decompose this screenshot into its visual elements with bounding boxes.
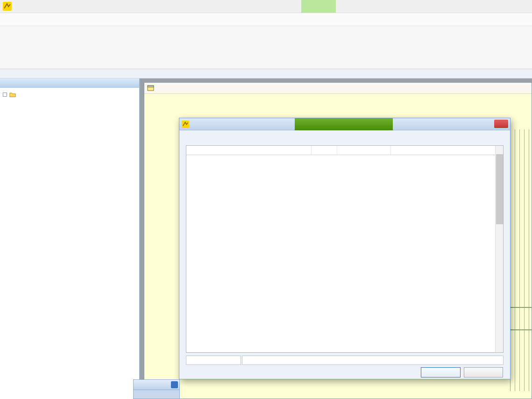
application-window — [0, 0, 532, 399]
scrollbar-thumb[interactable] — [496, 154, 503, 224]
scroll-down-icon[interactable] — [496, 345, 503, 352]
lgs-panel-toolbar — [133, 390, 180, 399]
vertex-logo-icon — [3, 2, 12, 11]
close-button[interactable] — [494, 120, 508, 128]
project-document-browser — [0, 78, 140, 399]
ribbon-tab-bar — [0, 13, 532, 26]
ok-button[interactable] — [421, 367, 461, 378]
titlebar-highlight — [301, 0, 336, 13]
parameter-table — [186, 145, 504, 353]
dialog-window-controls — [471, 120, 508, 128]
maximize-button[interactable] — [482, 120, 493, 128]
expander-minus-icon[interactable] — [3, 93, 7, 97]
table-body — [186, 155, 495, 352]
lgs-joints-panel — [133, 379, 180, 399]
ribbon — [0, 26, 532, 69]
viewport-icon — [147, 85, 154, 92]
project-tree — [0, 88, 139, 99]
folder-icon — [9, 92, 16, 98]
column-header-key[interactable] — [337, 146, 391, 155]
column-header-parameter[interactable] — [186, 146, 312, 155]
vertex-logo-icon — [182, 121, 189, 128]
wall-framing-drawing — [510, 129, 532, 391]
minimize-button[interactable] — [471, 120, 481, 128]
panel-header — [0, 78, 139, 88]
column-header-data[interactable] — [391, 146, 503, 155]
titlebar — [0, 0, 532, 13]
cancel-button[interactable] — [464, 367, 503, 378]
column-header-exec[interactable] — [312, 146, 337, 155]
lgs-panel-titlebar[interactable] — [133, 379, 180, 390]
table-scrollbar[interactable] — [495, 146, 503, 352]
close-icon[interactable] — [171, 381, 178, 388]
scroll-up-icon[interactable] — [496, 146, 503, 153]
row-count-status — [186, 356, 241, 365]
dialog-title — [295, 118, 393, 130]
quick-access-toolbar — [0, 69, 532, 78]
table-header — [186, 146, 503, 155]
tree-root[interactable] — [3, 91, 138, 99]
viewport-topbar — [144, 83, 532, 94]
status-field — [242, 356, 504, 365]
dialog-titlebar[interactable] — [179, 118, 510, 130]
automatic-execution-dialog — [179, 118, 511, 379]
